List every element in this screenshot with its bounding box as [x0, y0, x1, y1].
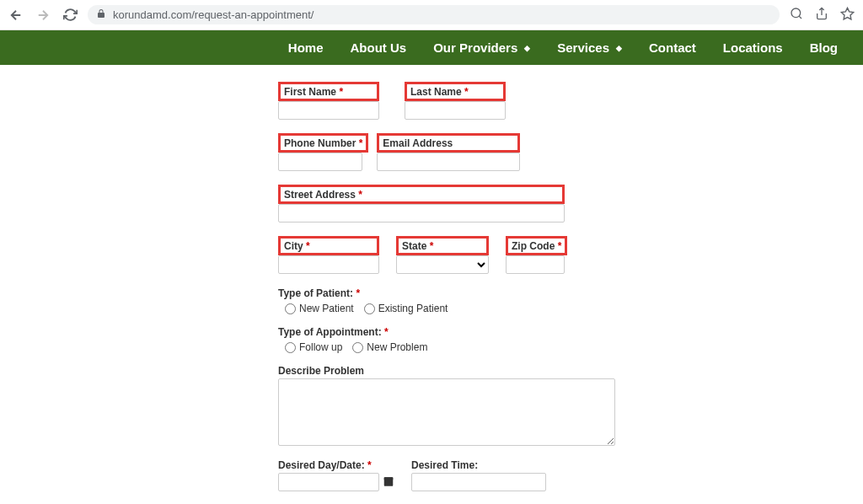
chevron-down-icon: ◆ — [616, 44, 622, 52]
svg-marker-1 — [841, 8, 853, 19]
appointment-form: First Name * Last Name * Phone Number * … — [270, 82, 843, 504]
describe-textarea[interactable] — [278, 378, 615, 446]
highlight-city: City * — [278, 236, 379, 255]
highlight-zip: Zip Code * — [506, 236, 567, 255]
highlight-last-name: Last Name * — [405, 82, 506, 101]
nav-contact[interactable]: Contact — [649, 40, 696, 55]
nav-providers[interactable]: Our Providers◆ — [433, 40, 530, 55]
nav-services[interactable]: Services◆ — [557, 40, 622, 55]
calendar-icon[interactable] — [383, 475, 394, 490]
back-icon[interactable] — [8, 8, 24, 23]
highlight-street: Street Address * — [278, 185, 565, 204]
svg-point-0 — [791, 8, 801, 18]
appointment-type-label: Type of Appointment: * — [278, 326, 834, 338]
highlight-phone: Phone Number * — [278, 133, 368, 153]
state-select[interactable] — [396, 255, 489, 274]
appointment-type-new[interactable]: New Problem — [352, 341, 427, 353]
zoom-icon[interactable] — [790, 7, 803, 23]
url-text: korundamd.com/request-an-appointment/ — [113, 8, 314, 21]
phone-label: Phone Number * — [284, 137, 362, 149]
last-name-input[interactable] — [405, 101, 506, 120]
main-nav: Home About Us Our Providers◆ Services◆ C… — [0, 30, 863, 65]
patient-type-new[interactable]: New Patient — [285, 303, 354, 314]
share-icon[interactable] — [815, 7, 828, 23]
desired-date-input[interactable] — [278, 473, 379, 491]
desired-time-input[interactable] — [411, 473, 546, 491]
email-input[interactable] — [377, 153, 520, 171]
street-label: Street Address * — [284, 189, 362, 201]
url-bar[interactable]: korundamd.com/request-an-appointment/ — [88, 5, 780, 24]
describe-label: Describe Problem — [278, 365, 834, 377]
highlight-first-name: First Name * — [278, 82, 379, 101]
forward-icon[interactable] — [35, 8, 51, 23]
nav-home[interactable]: Home — [288, 40, 324, 55]
reload-icon[interactable] — [62, 8, 78, 23]
highlight-state: State * — [396, 236, 489, 255]
desired-time-label: Desired Time: — [411, 459, 546, 471]
star-icon[interactable] — [840, 7, 855, 24]
lock-icon — [96, 8, 106, 21]
email-label: Email Address — [383, 137, 453, 149]
chevron-down-icon: ◆ — [524, 44, 530, 52]
appointment-type-followup[interactable]: Follow up — [285, 341, 342, 353]
highlight-email: Email Address — [377, 133, 520, 153]
desired-date-label: Desired Day/Date: * — [278, 459, 394, 471]
zip-label: Zip Code * — [512, 240, 561, 252]
first-name-label: First Name * — [284, 86, 343, 98]
nav-locations[interactable]: Locations — [723, 40, 783, 55]
patient-type-label: Type of Patient: * — [278, 287, 834, 299]
zip-input[interactable] — [506, 255, 565, 274]
svg-rect-3 — [384, 477, 394, 480]
city-input[interactable] — [278, 255, 379, 274]
city-label: City * — [284, 240, 310, 252]
nav-blog[interactable]: Blog — [810, 40, 838, 55]
browser-toolbar: korundamd.com/request-an-appointment/ — [0, 0, 863, 30]
first-name-input[interactable] — [278, 101, 379, 120]
state-label: State * — [402, 240, 433, 252]
last-name-label: Last Name * — [410, 86, 469, 98]
patient-type-existing[interactable]: Existing Patient — [364, 303, 448, 314]
nav-about[interactable]: About Us — [351, 40, 407, 55]
street-input[interactable] — [278, 204, 565, 223]
phone-input[interactable] — [278, 153, 362, 171]
